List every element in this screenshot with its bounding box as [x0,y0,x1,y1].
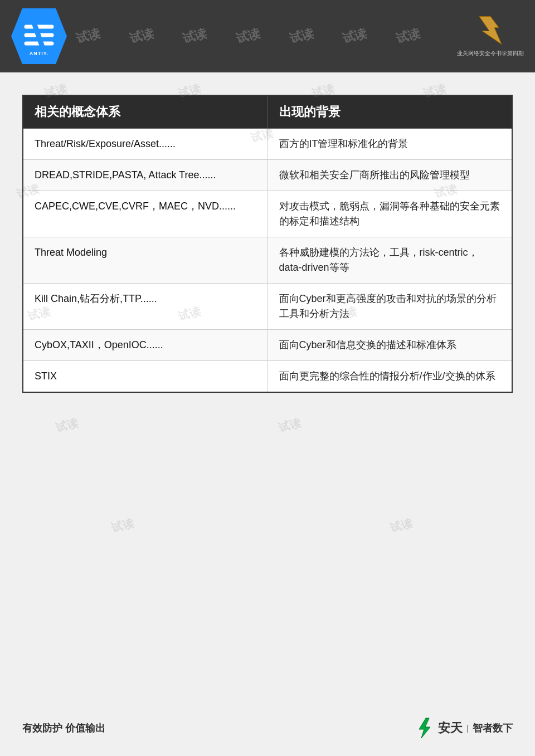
footer-logo: 安天 | 智者数下 [414,717,513,739]
wm-1: 试读 [74,25,102,47]
logo-text: ANTIY. [30,51,49,56]
table-row: DREAD,STRIDE,PASTA, Attack Tree......微软和… [23,160,512,191]
wm-6: 试读 [341,25,368,47]
logo: ANTIY. [11,8,67,64]
lightning-icon [414,717,436,739]
main-content: 试读 试读 试读 试读 试读 试读 试读 试读 试读 试读 试读 试读 试读 试… [0,72,535,409]
left-cell-5: CybOX,TAXII，OpenIOC...... [23,330,268,361]
wm-4: 试读 [234,25,262,47]
right-cell-2: 对攻击模式，脆弱点，漏洞等各种基础的安全元素的标定和描述结构 [268,191,512,237]
footer: 有效防护 价值输出 安天 | 智者数下 [0,717,535,739]
right-cell-4: 面向Cyber和更高强度的攻击和对抗的场景的分析工具和分析方法 [268,284,512,330]
top-right-logo: 业关网络安全令书学第四期 [457,16,524,57]
table-row: Threat/Risk/Exposure/Asset......西方的IT管理和… [23,129,512,160]
content-wm-12: 试读 [110,515,135,535]
col1-header: 相关的概念体系 [23,95,268,129]
left-cell-6: STIX [23,361,268,393]
content-wm-13: 试读 [388,515,414,535]
col2-header: 出现的背景 [268,95,512,129]
right-cell-6: 面向更完整的综合性的情报分析/作业/交换的体系 [268,361,512,393]
svg-marker-5 [419,718,430,738]
svg-marker-4 [479,17,502,45]
wm-7: 试读 [394,25,422,47]
table-row: CAPEC,CWE,CVE,CVRF，MAEC，NVD......对攻击模式，脆… [23,191,512,237]
table-row: Kill Chain,钻石分析,TTP......面向Cyber和更高强度的攻击… [23,284,512,330]
right-cell-5: 面向Cyber和信息交换的描述和标准体系 [268,330,512,361]
header: ANTIY. 试读 试读 试读 试读 试读 试读 试读 业关网络安全令书学第四期 [0,0,535,72]
left-cell-3: Threat Modeling [23,237,268,284]
wm-3: 试读 [181,25,208,47]
left-cell-4: Kill Chain,钻石分析,TTP...... [23,284,268,330]
content-wm-11: 试读 [277,415,303,435]
left-cell-0: Threat/Risk/Exposure/Asset...... [23,129,268,160]
wm-2: 试读 [127,25,155,47]
right-cell-3: 各种威胁建模的方法论，工具，risk-centric，data-driven等等 [268,237,512,284]
wm-5: 试读 [288,25,315,47]
table-row: CybOX,TAXII，OpenIOC......面向Cyber和信息交换的描述… [23,330,512,361]
right-cell-1: 微软和相关安全厂商所推出的风险管理模型 [268,160,512,191]
right-cell-0: 西方的IT管理和标准化的背景 [268,129,512,160]
table-row: STIX面向更完整的综合性的情报分析/作业/交换的体系 [23,361,512,393]
content-wm-10: 试读 [54,415,80,435]
header-watermarks: 试读 试读 试读 试读 试读 试读 试读 [61,0,435,72]
left-cell-2: CAPEC,CWE,CVE,CVRF，MAEC，NVD...... [23,191,268,237]
concept-table: 相关的概念体系 出现的背景 Threat/Risk/Exposure/Asset… [22,95,513,393]
footer-left-text: 有效防护 价值输出 [22,721,105,735]
footer-right: 安天 | 智者数下 [414,717,513,739]
brand-subtitle: 业关网络安全令书学第四期 [457,50,524,57]
table-row: Threat Modeling各种威胁建模的方法论，工具，risk-centri… [23,237,512,284]
left-cell-1: DREAD,STRIDE,PASTA, Attack Tree...... [23,160,268,191]
